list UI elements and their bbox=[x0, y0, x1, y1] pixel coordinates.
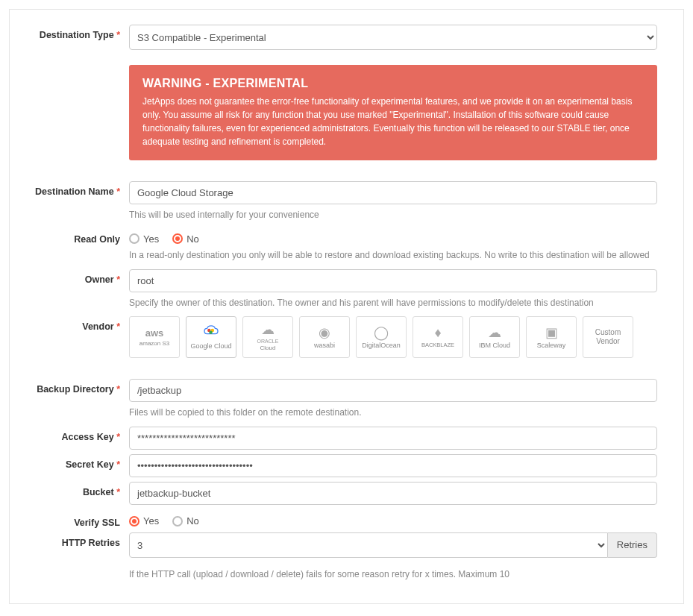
http-retries-addon: Retries bbox=[608, 532, 657, 558]
secret-key-label: Secret Key * bbox=[25, 454, 129, 470]
oracle-cloud-icon: ☁ bbox=[261, 323, 275, 336]
scaleway-icon: ▣ bbox=[545, 326, 558, 339]
radio-icon bbox=[129, 233, 139, 244]
backblaze-icon: ♦ bbox=[434, 326, 441, 339]
verify-ssl-no[interactable]: No bbox=[172, 515, 199, 527]
destination-name-help: This will be used internally for your co… bbox=[129, 209, 657, 221]
bucket-label: Bucket * bbox=[25, 482, 129, 497]
destination-type-label: Destination Type * bbox=[25, 25, 129, 40]
digitalocean-icon: ◯ bbox=[374, 326, 389, 339]
vendor-grid: aws amazon S3 Google Cloud ☁ ORACLE Clou… bbox=[129, 316, 657, 358]
backup-directory-label: Backup Directory * bbox=[25, 379, 129, 395]
radio-icon bbox=[129, 516, 139, 527]
owner-help: Specify the owner of this destination. T… bbox=[129, 297, 657, 309]
http-retries-help: If the HTTP call (upload / download / de… bbox=[129, 568, 657, 581]
verify-ssl-label: Verify SSL bbox=[25, 512, 129, 528]
radio-icon bbox=[172, 516, 183, 527]
owner-label: Owner * bbox=[25, 269, 129, 285]
experimental-warning: WARNING - EXPERIMENTAL JetApps does not … bbox=[129, 65, 657, 160]
http-retries-label: HTTP Retries bbox=[25, 532, 129, 548]
aws-icon: aws bbox=[145, 328, 164, 338]
verify-ssl-radio-group: Yes No bbox=[129, 512, 657, 527]
warning-body: JetApps does not guarantee the error-fre… bbox=[142, 95, 644, 148]
vendor-custom[interactable]: Custom Vendor bbox=[583, 316, 633, 358]
destination-name-input[interactable] bbox=[129, 181, 657, 204]
radio-icon bbox=[172, 233, 183, 244]
backup-directory-help: Files will be copied to this folder on t… bbox=[129, 406, 657, 419]
svg-point-2 bbox=[209, 331, 213, 335]
vendor-google-cloud[interactable]: Google Cloud bbox=[186, 316, 236, 358]
destination-type-select[interactable]: S3 Compatible - Experimental bbox=[129, 25, 657, 50]
secret-key-input[interactable] bbox=[129, 454, 657, 477]
google-cloud-icon bbox=[203, 324, 219, 340]
vendor-amazon-s3[interactable]: aws amazon S3 bbox=[129, 316, 180, 358]
bucket-input[interactable] bbox=[129, 482, 657, 505]
access-key-input[interactable] bbox=[129, 427, 657, 450]
destination-form: Destination Type * S3 Compatible - Exper… bbox=[9, 9, 684, 604]
warning-title: WARNING - EXPERIMENTAL bbox=[142, 77, 644, 90]
wasabi-icon: ◉ bbox=[319, 326, 330, 339]
vendor-ibm-cloud[interactable]: ☁ IBM Cloud bbox=[469, 316, 520, 358]
owner-input[interactable] bbox=[129, 269, 657, 292]
read-only-label: Read Only bbox=[25, 229, 129, 245]
vendor-wasabi[interactable]: ◉ wasabi bbox=[299, 316, 350, 358]
vendor-backblaze[interactable]: ♦ BACKBLAZE bbox=[413, 316, 463, 358]
verify-ssl-yes[interactable]: Yes bbox=[129, 515, 159, 527]
vendor-label: Vendor * bbox=[25, 316, 129, 332]
read-only-no[interactable]: No bbox=[172, 233, 199, 245]
http-retries-select[interactable]: 3 bbox=[129, 532, 608, 558]
read-only-radio-group: Yes No bbox=[129, 229, 657, 245]
vendor-scaleway[interactable]: ▣ Scaleway bbox=[526, 316, 577, 358]
vendor-digitalocean[interactable]: ◯ DigitalOcean bbox=[356, 316, 407, 358]
read-only-help: In a read-only destination you only will… bbox=[129, 249, 657, 262]
backup-directory-input[interactable] bbox=[129, 379, 657, 402]
vendor-oracle-cloud[interactable]: ☁ ORACLE Cloud bbox=[242, 316, 293, 358]
destination-name-label: Destination Name * bbox=[25, 181, 129, 197]
ibm-cloud-icon: ☁ bbox=[488, 326, 501, 339]
read-only-yes[interactable]: Yes bbox=[129, 233, 159, 245]
access-key-label: Access Key * bbox=[25, 427, 129, 442]
